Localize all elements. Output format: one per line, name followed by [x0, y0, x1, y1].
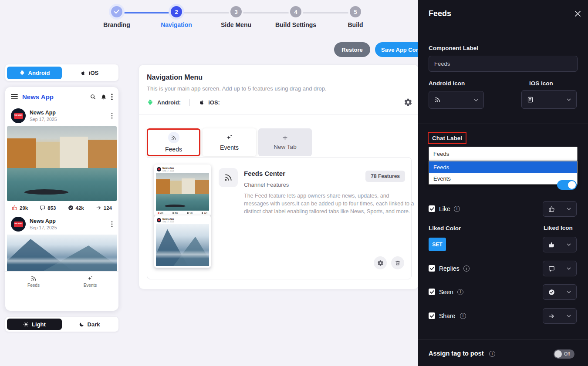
editor-tab-events[interactable]: Events [203, 128, 256, 156]
ios-icon-dropdown[interactable] [521, 90, 577, 109]
kebab-icon [111, 94, 113, 100]
hidden-setting-toggle[interactable] [557, 180, 577, 190]
chat-option-events[interactable]: Events [429, 173, 577, 184]
navigation-editor-card: Navigation Menu This is your main app sc… [139, 64, 419, 289]
feeds-settings-panel: Feeds Component Label Feeds Android Icon… [418, 0, 588, 366]
editor-settings-gear-icon[interactable] [404, 98, 412, 107]
theme-light-label: Light [32, 321, 46, 328]
avatar-badge: THE NEWS [14, 222, 23, 227]
share-checkbox[interactable] [429, 312, 435, 319]
chevron-down-icon [567, 315, 571, 317]
replies-icon-dropdown[interactable] [543, 261, 577, 276]
chat-label-select[interactable]: Feeds [429, 147, 578, 161]
comments-stat: 853 [40, 205, 56, 211]
seen-icon-dropdown[interactable] [543, 284, 577, 300]
android-icon-label: Android Icon [429, 80, 465, 87]
apple-icon [80, 70, 86, 76]
theme-light-button[interactable]: Light [7, 319, 62, 330]
feature-settings-gear-icon[interactable] [374, 256, 387, 269]
stepper-step-build[interactable]: 5 Build [331, 6, 379, 28]
panel-title: Feeds [429, 9, 451, 18]
component-label-input[interactable]: Feeds [429, 56, 578, 72]
stepper-step-build-settings[interactable]: 4 Build Settings [272, 6, 320, 28]
moon-icon [79, 322, 84, 327]
close-icon[interactable] [574, 10, 581, 17]
search-icon [90, 94, 96, 100]
stepper-step-navigation[interactable]: 2 Navigation [152, 6, 200, 28]
info-icon[interactable]: i [489, 351, 495, 357]
rss-icon [30, 275, 37, 282]
post-author: News App [30, 110, 57, 116]
feature-title: Feeds Center [244, 170, 285, 177]
preview-appbar: News App [5, 87, 118, 106]
component-label-label: Component Label [429, 45, 478, 51]
info-icon[interactable]: i [454, 206, 460, 212]
editor-ios-label: iOS: [208, 99, 220, 106]
editor-title: Navigation Menu [147, 74, 203, 81]
thumbs-up-icon [548, 206, 555, 212]
set-liked-color-button[interactable]: SET [429, 238, 446, 251]
feature-delete-trash-icon[interactable] [391, 256, 404, 269]
theme-toggle: Light Dark [5, 317, 118, 332]
shares-stat: 124 [96, 205, 112, 211]
liked-icon-label: Liked Icon [544, 225, 573, 231]
seen-checkbox[interactable] [429, 289, 435, 295]
sun-icon [23, 322, 29, 327]
preview-thumbnail: News AppSep 17, 2025 [154, 215, 211, 268]
android-icon [147, 99, 154, 106]
theme-dark-button[interactable]: Dark [62, 319, 117, 330]
android-icon-dropdown[interactable] [429, 91, 484, 109]
like-icon-dropdown[interactable] [543, 201, 577, 217]
editor-tab-new[interactable]: New Tab [258, 128, 312, 156]
preview-post-header: THE NEWS News App Sep 17, 2025 [5, 106, 118, 125]
rss-icon [434, 97, 441, 103]
info-icon[interactable]: i [463, 265, 470, 272]
divider [139, 114, 419, 115]
toggle-off-label: Off [564, 352, 570, 356]
stepper-step-side-menu[interactable]: 3 Side Menu [212, 6, 260, 28]
ios-icon-label: iOS Icon [529, 80, 553, 87]
step-check-icon [111, 6, 122, 17]
step-number: 4 [290, 6, 301, 17]
restore-button[interactable]: Restore [334, 42, 370, 57]
info-icon[interactable]: i [457, 289, 463, 295]
mountain-post-image [7, 235, 117, 271]
assign-tag-toggle[interactable]: Off [554, 349, 574, 359]
replies-checkbox[interactable] [429, 265, 435, 272]
feature-count-badge: 78 Features [365, 171, 405, 182]
feature-subtitle: Channel Features [244, 181, 289, 188]
stepper-step-branding[interactable]: Branding [93, 6, 141, 28]
post-date: Sep 17, 2025 [30, 117, 57, 122]
platform-ios-button[interactable]: iOS [62, 67, 117, 79]
like-checkbox[interactable] [429, 205, 435, 212]
avatar: THE NEWS [11, 217, 26, 232]
progress-stepper: Branding 2 Navigation 3 Side Menu 4 Buil… [0, 0, 418, 35]
avatar [157, 218, 161, 222]
step-label: Build [348, 21, 363, 28]
rss-icon [168, 132, 179, 143]
thumbs-up-filled-icon [548, 242, 555, 248]
platform-android-button[interactable]: Android [7, 67, 62, 79]
preview-tab-feeds: Feeds [5, 272, 62, 291]
chat-label-label: Chat Label [432, 135, 462, 141]
tab-label: Feeds [165, 146, 182, 153]
editor-tab-feeds[interactable]: Feeds [147, 128, 200, 156]
liked-icon-dropdown[interactable] [543, 237, 577, 252]
check-circle-icon [548, 289, 555, 295]
info-icon[interactable]: i [460, 313, 466, 319]
plus-icon [282, 134, 288, 141]
theme-dark-label: Dark [88, 321, 100, 328]
step-number: 5 [350, 6, 361, 17]
step-number: 3 [230, 6, 242, 17]
tab-label: New Tab [274, 144, 296, 150]
avatar [157, 167, 161, 171]
app-builder-page: Branding 2 Navigation 3 Side Menu 4 Buil… [0, 0, 588, 366]
share-icon-dropdown[interactable] [543, 308, 577, 324]
post-author: News App [30, 218, 57, 224]
step-label: Navigation [161, 21, 192, 28]
chat-label-highlight: Chat Label [428, 132, 466, 144]
divider [418, 124, 588, 124]
arrow-right-icon [548, 313, 555, 319]
chat-option-feeds[interactable]: Feeds [429, 161, 577, 173]
bell-icon [101, 94, 107, 100]
